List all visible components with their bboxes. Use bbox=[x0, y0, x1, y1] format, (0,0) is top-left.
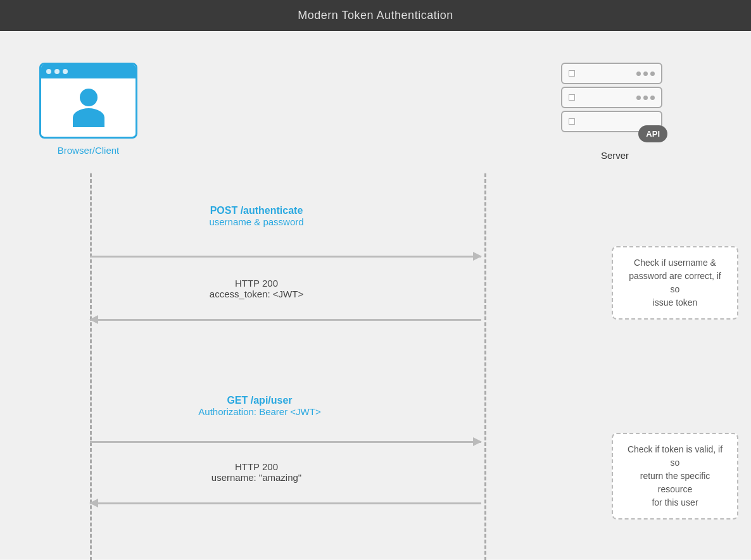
step2-line1: HTTP 200 bbox=[152, 278, 361, 289]
server-dot-2a bbox=[636, 96, 641, 100]
browser-titlebar bbox=[41, 65, 136, 78]
server-dots-2 bbox=[636, 96, 655, 100]
browser-dot-2 bbox=[54, 69, 60, 74]
api-badge: API bbox=[638, 125, 667, 142]
browser-window bbox=[39, 63, 137, 139]
server-dots-1 bbox=[636, 72, 655, 76]
server-sq-1 bbox=[569, 70, 575, 77]
server-dot-2b bbox=[643, 96, 648, 100]
browser-client-icon: Browser/Client bbox=[39, 63, 137, 156]
browser-content bbox=[41, 78, 136, 137]
note-box-2: Check if token is valid, if soreturn the… bbox=[612, 433, 738, 520]
note-box-1: Check if username &password are correct,… bbox=[612, 246, 738, 320]
step1-label: POST /authenticate username & password bbox=[152, 205, 361, 227]
page-title: Modern Token Authentication bbox=[298, 9, 453, 22]
step4-label: HTTP 200 username: "amazing" bbox=[152, 461, 361, 483]
person-body bbox=[73, 108, 104, 127]
server-unit-1 bbox=[561, 63, 662, 84]
server-sq-2 bbox=[569, 94, 575, 101]
step3-line1: GET /api/user bbox=[152, 395, 367, 406]
page-header: Modern Token Authentication bbox=[0, 0, 751, 31]
arrow-1-right bbox=[90, 256, 481, 258]
arrow-2-left bbox=[90, 319, 481, 321]
dashed-line-server bbox=[484, 173, 486, 560]
diagram-area: Browser/Client bbox=[0, 31, 751, 559]
server-unit-2 bbox=[561, 87, 662, 108]
browser-dot-3 bbox=[63, 69, 68, 74]
browser-label: Browser/Client bbox=[39, 145, 137, 156]
server-dot-1c bbox=[650, 72, 655, 76]
step1-line2: username & password bbox=[152, 216, 361, 227]
arrow-4-left bbox=[90, 502, 481, 504]
note2-text: Check if token is valid, if soreturn the… bbox=[628, 444, 723, 507]
arrow-3-right bbox=[90, 441, 481, 443]
server-sq-3 bbox=[569, 118, 575, 125]
person-head bbox=[80, 89, 98, 106]
step2-line2: access_token: <JWT> bbox=[152, 289, 361, 299]
step4-line2: username: "amazing" bbox=[152, 472, 361, 483]
server-dot-1b bbox=[643, 72, 648, 76]
step1-line1: POST /authenticate bbox=[152, 205, 361, 216]
note1-text: Check if username &password are correct,… bbox=[629, 258, 721, 308]
server-stack: API bbox=[561, 63, 669, 132]
step3-label: GET /api/user Authorization: Bearer <JWT… bbox=[152, 395, 367, 417]
step4-line1: HTTP 200 bbox=[152, 461, 361, 472]
step3-line2: Authorization: Bearer <JWT> bbox=[152, 406, 367, 417]
server-unit-3: API bbox=[561, 111, 662, 132]
server-label: Server bbox=[561, 150, 669, 161]
person-icon bbox=[73, 89, 104, 127]
browser-dot-1 bbox=[46, 69, 51, 74]
server-dot-2c bbox=[650, 96, 655, 100]
step2-label: HTTP 200 access_token: <JWT> bbox=[152, 278, 361, 299]
server-dot-1a bbox=[636, 72, 641, 76]
server-icon: API Server bbox=[561, 63, 669, 161]
